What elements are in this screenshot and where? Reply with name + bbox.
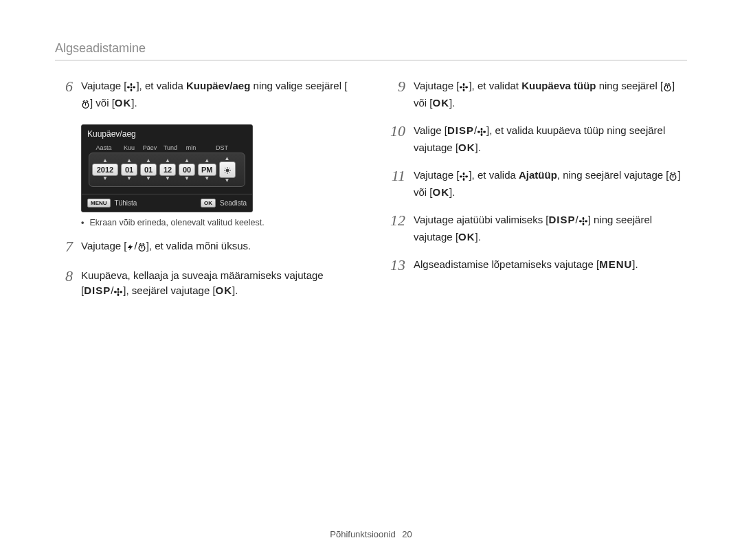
disp-label: DISP bbox=[447, 124, 474, 136]
page-footer: Põhifunktsioonid 20 bbox=[0, 529, 742, 539]
up-arrow-icon: ▲ bbox=[184, 158, 190, 164]
step-number: 7 bbox=[55, 238, 73, 255]
svg-point-13 bbox=[463, 87, 465, 89]
page-title: Algseadistamine bbox=[55, 41, 687, 56]
svg-point-26 bbox=[463, 178, 465, 181]
up-arrow-icon: ▲ bbox=[204, 158, 210, 164]
step-8: 8 Kuupäeva, kellaaja ja suveaja määramis… bbox=[55, 268, 355, 300]
spinner-year: ▲2012▼ bbox=[92, 158, 118, 181]
macro-flower-icon bbox=[126, 80, 136, 96]
svg-point-19 bbox=[481, 131, 483, 133]
note-item: • Ekraan võib erineda, olenevalt valitud… bbox=[81, 218, 355, 227]
self-timer-icon bbox=[668, 169, 677, 185]
lcd-set: OK Seadista bbox=[201, 199, 247, 208]
step-number: 10 bbox=[387, 123, 405, 139]
footer-section: Põhifunktsioonid bbox=[330, 529, 395, 539]
label-min: min bbox=[182, 144, 200, 151]
step-text: Vajutage [], et valida Ajatüüp, ning see… bbox=[414, 168, 687, 200]
svg-point-8 bbox=[117, 291, 120, 293]
value-min: 00 bbox=[179, 164, 195, 176]
svg-point-22 bbox=[477, 131, 480, 133]
step-number: 8 bbox=[55, 268, 73, 284]
lcd-footer: MENU Tühista OK Seadista bbox=[82, 194, 252, 212]
svg-point-33 bbox=[579, 221, 582, 223]
macro-flower-icon bbox=[459, 80, 469, 96]
value-ampm: PM bbox=[198, 164, 216, 176]
svg-point-16 bbox=[460, 87, 462, 89]
svg-point-34 bbox=[585, 221, 587, 223]
macro-flower-icon bbox=[459, 169, 469, 185]
down-arrow-icon: ▼ bbox=[204, 176, 210, 181]
down-arrow-icon: ▼ bbox=[102, 176, 108, 181]
label-dst: DST bbox=[203, 144, 244, 151]
left-column: 6 Vajutage [], et valida Kuupäev/aeg nin… bbox=[55, 78, 355, 313]
disp-label: DISP bbox=[549, 214, 576, 225]
lcd-spinner-row: ▲2012▼ ▲01▼ ▲01▼ ▲12▼ ▲00▼ ▲PM▼ ▲▼ bbox=[89, 153, 245, 187]
step-text: Algseadistamise lõpetamiseks vajutage [M… bbox=[414, 257, 687, 273]
ok-label: OK bbox=[216, 284, 233, 296]
lcd-title: Kuupäev/aeg bbox=[82, 125, 252, 142]
step-number: 12 bbox=[387, 212, 405, 229]
label-day: Päev bbox=[141, 144, 159, 151]
svg-point-31 bbox=[582, 217, 584, 220]
right-column: 9 Vajutage [], et validat Kuupäeva tüüp … bbox=[387, 78, 687, 313]
note-list: • Ekraan võib erineda, olenevalt valitud… bbox=[81, 218, 355, 227]
svg-point-4 bbox=[133, 87, 136, 89]
svg-point-9 bbox=[117, 288, 120, 291]
up-arrow-icon: ▲ bbox=[146, 158, 151, 164]
ok-label: OK bbox=[115, 97, 132, 109]
svg-point-27 bbox=[460, 176, 462, 178]
value-day: 01 bbox=[140, 164, 157, 176]
svg-point-11 bbox=[114, 291, 117, 293]
flash-icon bbox=[126, 240, 134, 256]
step-9: 9 Vajutage [], et validat Kuupäeva tüüp … bbox=[387, 78, 687, 111]
lcd-column-labels: Aasta Kuu Päev Tund min DST bbox=[89, 144, 245, 151]
label-month: Kuu bbox=[120, 144, 138, 151]
self-timer-icon bbox=[137, 240, 146, 256]
up-arrow-icon: ▲ bbox=[126, 158, 132, 164]
lcd-cancel: MENU Tühista bbox=[87, 199, 137, 208]
svg-point-2 bbox=[131, 89, 133, 91]
spinner-min: ▲00▼ bbox=[179, 158, 195, 181]
spinner-hour: ▲12▼ bbox=[159, 158, 176, 181]
step-6: 6 Vajutage [], et valida Kuupäev/aeg nin… bbox=[55, 78, 355, 112]
svg-point-23 bbox=[483, 131, 486, 133]
macro-flower-icon bbox=[113, 284, 123, 300]
step-12: 12 Vajutage ajatüübi valimiseks [DISP/] … bbox=[387, 212, 687, 245]
svg-point-32 bbox=[582, 223, 584, 225]
svg-point-25 bbox=[463, 172, 465, 175]
svg-point-14 bbox=[463, 83, 465, 86]
step-number: 11 bbox=[387, 168, 405, 184]
macro-flower-icon bbox=[578, 214, 588, 229]
sun-icon bbox=[219, 161, 236, 178]
camera-lcd-preview: Kuupäev/aeg Aasta Kuu Päev Tund min DST … bbox=[81, 124, 253, 212]
step-text: Vajutage [], et valida Kuupäev/aeg ning … bbox=[81, 78, 355, 112]
svg-point-28 bbox=[466, 176, 469, 178]
up-arrow-icon: ▲ bbox=[102, 158, 108, 164]
down-arrow-icon: ▼ bbox=[126, 176, 132, 181]
step-13: 13 Algseadistamise lõpetamiseks vajutage… bbox=[387, 257, 687, 273]
value-year: 2012 bbox=[92, 164, 118, 176]
step-text: Vajutage [/], et valida mõni üksus. bbox=[81, 238, 355, 256]
step-7: 7 Vajutage [/], et valida mõni üksus. bbox=[55, 238, 355, 256]
ok-key-icon: OK bbox=[201, 199, 216, 208]
bullet-icon: • bbox=[81, 218, 84, 227]
step-11: 11 Vajutage [], et valida Ajatüüp, ning … bbox=[387, 168, 687, 200]
step-number: 9 bbox=[387, 78, 405, 95]
step-text: Vajutage [], et validat Kuupäeva tüüp ni… bbox=[414, 78, 687, 111]
svg-point-3 bbox=[127, 87, 130, 89]
lcd-cancel-label: Tühista bbox=[115, 199, 137, 207]
spinner-ampm: ▲PM▼ bbox=[198, 158, 216, 181]
svg-point-21 bbox=[481, 133, 483, 136]
label-year: Aasta bbox=[90, 144, 117, 151]
label-hour: Tund bbox=[161, 144, 179, 151]
up-arrow-icon: ▲ bbox=[165, 158, 170, 164]
disp-label: DISP bbox=[84, 284, 111, 296]
ok-label: OK bbox=[433, 97, 450, 109]
svg-point-24 bbox=[463, 176, 465, 178]
step-10: 10 Valige [DISP/], et valida kuupäeva tü… bbox=[387, 123, 687, 155]
lcd-set-label: Seadista bbox=[220, 199, 247, 207]
ok-label: OK bbox=[433, 186, 450, 198]
note-text: Ekraan võib erineda, olenevalt valitud k… bbox=[89, 218, 264, 227]
ok-label: OK bbox=[458, 142, 475, 153]
